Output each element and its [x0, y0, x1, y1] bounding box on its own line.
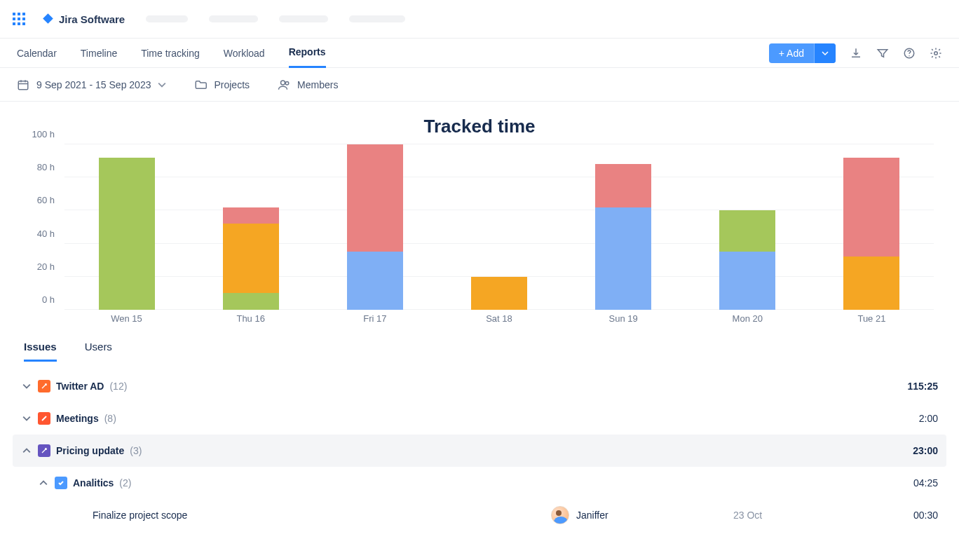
avatar [551, 506, 569, 524]
bar-column[interactable]: Thu 16 [223, 207, 279, 310]
date-range-filter[interactable]: 9 Sep 2021 - 15 Sep 2023 [17, 78, 166, 91]
x-tick: Sat 18 [471, 313, 527, 324]
topbar-placeholders [146, 15, 405, 22]
tab-timeline[interactable]: Timeline [81, 39, 117, 68]
chevron-down-icon [158, 81, 166, 89]
y-tick: 80 h [25, 162, 60, 172]
issue-row[interactable]: Twitter AD(12)115:25 [13, 370, 946, 402]
bar-column[interactable]: Tue 21 [843, 158, 899, 310]
bar-column[interactable]: Fri 17 [347, 144, 403, 310]
chevron-up-icon[interactable] [15, 446, 38, 455]
issue-title: Pricing update(3) [56, 445, 142, 456]
issue-type-icon [38, 412, 50, 425]
add-button-label: + Add [769, 43, 814, 63]
download-icon[interactable] [850, 47, 862, 60]
bar-segment [595, 207, 651, 310]
date-range-text: 9 Sep 2021 - 15 Sep 2023 [36, 79, 151, 90]
bar-segment [347, 252, 403, 310]
bar-segment [719, 210, 775, 252]
bar-segment [471, 277, 527, 310]
gear-icon[interactable] [930, 47, 942, 60]
bar-segment [843, 257, 899, 310]
x-tick: Wen 15 [99, 313, 155, 324]
members-filter[interactable]: Members [278, 78, 338, 91]
tab-reports[interactable]: Reports [289, 39, 326, 68]
help-icon[interactable] [903, 47, 916, 60]
projects-filter[interactable]: Projects [194, 78, 250, 91]
x-tick: Mon 20 [719, 313, 775, 324]
issue-title: Finalize project scope [93, 510, 187, 521]
projects-text: Projects [214, 79, 250, 90]
svg-point-5 [285, 81, 289, 85]
svg-point-1 [909, 55, 910, 57]
bar-column[interactable]: Sat 18 [471, 277, 527, 310]
bar-segment [223, 207, 279, 224]
issue-type-icon [38, 444, 50, 457]
y-tick: 100 h [25, 129, 60, 139]
add-button-caret[interactable] [814, 43, 836, 63]
issue-type-icon [55, 477, 67, 489]
svg-point-4 [281, 81, 285, 85]
issue-assignee: Janiffer [551, 506, 733, 524]
chevron-down-icon[interactable] [15, 382, 38, 390]
issue-row[interactable]: Analitics(2)04:25 [13, 467, 946, 499]
svg-rect-3 [18, 81, 28, 89]
bar-segment [719, 252, 775, 310]
issue-type-icon [38, 380, 50, 392]
calendar-icon [17, 78, 29, 91]
y-tick: 20 h [25, 261, 60, 271]
chart-title: Tracked time [0, 116, 959, 137]
tab-workload[interactable]: Workload [224, 39, 265, 68]
issue-time: 2:00 [859, 413, 944, 424]
bar-segment [223, 224, 279, 293]
issue-time: 23:00 [859, 445, 944, 456]
issue-row[interactable]: Meetings(8)2:00 [13, 402, 946, 435]
brand-text: Jira Software [59, 13, 125, 25]
bar-column[interactable]: Mon 20 [719, 210, 775, 310]
bar-column[interactable]: Wen 15 [99, 158, 155, 310]
issue-date: 23 Oct [733, 510, 859, 521]
members-icon [278, 78, 290, 91]
chevron-down-icon [822, 50, 829, 57]
bar-segment [843, 158, 899, 257]
issue-row[interactable]: Pricing update(3)23:00 [13, 435, 946, 467]
bar-column[interactable]: Sun 19 [595, 164, 651, 310]
y-tick: 40 h [25, 228, 60, 238]
issue-title: Meetings(8) [56, 413, 116, 424]
x-tick: Sun 19 [595, 313, 651, 324]
x-tick: Thu 16 [223, 313, 279, 324]
tracked-time-chart: 0 h20 h40 h60 h80 h100 hWen 15Thu 16Fri … [0, 144, 959, 327]
issue-title: Twitter AD(12) [56, 381, 127, 392]
jira-logo[interactable]: Jira Software [42, 13, 125, 25]
folder-icon [194, 78, 207, 91]
app-switcher-icon[interactable] [13, 13, 25, 25]
subtab-issues[interactable]: Issues [24, 341, 57, 362]
y-tick: 60 h [25, 195, 60, 205]
subtab-users[interactable]: Users [85, 341, 112, 362]
y-tick: 0 h [25, 294, 60, 305]
members-text: Members [297, 79, 338, 90]
main-tabs: Calendar Timeline Time tracking Workload… [17, 39, 326, 68]
chevron-down-icon[interactable] [15, 414, 38, 423]
add-button[interactable]: + Add [769, 43, 836, 63]
chevron-up-icon[interactable] [32, 479, 55, 487]
tab-calendar[interactable]: Calendar [17, 39, 57, 68]
issue-time: 04:25 [859, 477, 944, 489]
issue-time: 115:25 [859, 381, 944, 392]
issue-row[interactable]: Finalize project scopeJaniffer23 Oct00:3… [13, 499, 946, 531]
jira-diamond-icon [42, 13, 55, 25]
bar-segment [223, 293, 279, 310]
x-tick: Tue 21 [843, 313, 899, 324]
bar-segment [99, 158, 155, 310]
svg-point-2 [934, 51, 938, 55]
bar-segment [595, 164, 651, 207]
filter-icon[interactable] [876, 47, 889, 60]
issue-time: 00:30 [859, 510, 944, 521]
bar-segment [347, 144, 403, 252]
tab-time-tracking[interactable]: Time tracking [141, 39, 200, 68]
issue-title: Analitics(2) [73, 477, 131, 489]
x-tick: Fri 17 [347, 313, 403, 324]
